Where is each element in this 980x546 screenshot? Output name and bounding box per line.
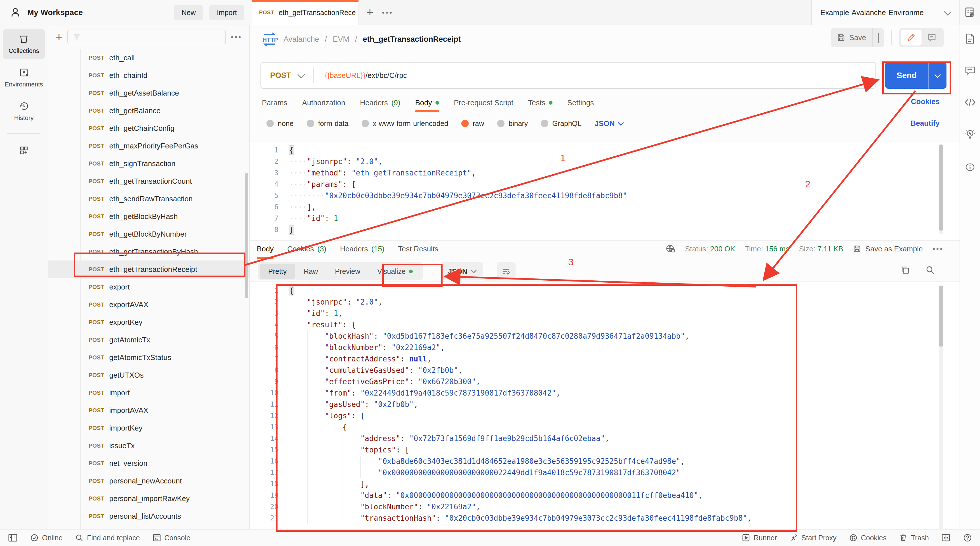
comments-icon[interactable]: [964, 65, 976, 76]
sidebar-item-eth_sendRawTransaction[interactable]: POSTeth_sendRawTransaction: [48, 190, 250, 208]
sidebar-item-importAVAX[interactable]: POSTimportAVAX: [48, 402, 250, 419]
console-button[interactable]: Console: [153, 533, 191, 542]
send-button[interactable]: Send: [885, 62, 947, 89]
sidebar-item-getUTXOs[interactable]: POSTgetUTXOs: [48, 366, 250, 384]
body-mode-none[interactable]: none: [266, 120, 294, 128]
filter-input[interactable]: [67, 30, 226, 45]
method-dropdown[interactable]: POST: [261, 71, 313, 80]
request-tab[interactable]: POST eth_getTransactionRece: [252, 0, 359, 25]
save-button[interactable]: Save: [830, 28, 884, 47]
request-editor-scrollbar[interactable]: [939, 144, 943, 234]
workspace-title[interactable]: My Workspace: [27, 8, 83, 17]
body-mode-form-data[interactable]: form-data: [307, 120, 348, 128]
url-input[interactable]: {{baseURL}}/ext/bc/C/rpc: [313, 71, 407, 80]
save-options-button[interactable]: [872, 28, 884, 47]
code-snippet-icon[interactable]: [964, 97, 976, 108]
sidebar-item-eth_getBlockByHash[interactable]: POSTeth_getBlockByHash: [48, 208, 250, 225]
body-mode-raw[interactable]: raw: [461, 120, 484, 128]
beautify-link[interactable]: Beautify: [910, 119, 940, 128]
new-button[interactable]: New: [174, 5, 203, 20]
response-body-editor[interactable]: 1{2"jsonrpc": "2.0",3"id": 1,4"result": …: [250, 281, 959, 529]
documentation-icon[interactable]: [964, 33, 976, 45]
tab-body[interactable]: Body: [415, 93, 439, 112]
sidebar-item-eth_getTransactionReceipt[interactable]: POSTeth_getTransactionReceipt: [48, 260, 250, 278]
wrap-lines-button[interactable]: [497, 262, 515, 280]
sidebar-item-personal_listAccounts[interactable]: POSTpersonal_listAccounts: [48, 507, 250, 525]
view-raw[interactable]: Raw: [295, 263, 326, 279]
tab-test-results[interactable]: Test Results: [398, 239, 439, 259]
new-tab-button[interactable]: +: [366, 6, 374, 19]
start-proxy-button[interactable]: Start Proxy: [789, 533, 837, 542]
request-body-editor[interactable]: 1{2····"jsonrpc": "2.0",3····"method": "…: [250, 142, 959, 241]
view-visualize[interactable]: Visualize: [369, 263, 421, 279]
import-button[interactable]: Import: [209, 5, 244, 20]
cookies-link[interactable]: Cookies: [911, 97, 940, 106]
sidebar-scrollbar[interactable]: [245, 173, 248, 298]
send-options-button[interactable]: [928, 62, 947, 89]
body-mode-GraphQL[interactable]: GraphQL: [541, 120, 581, 128]
sidebar-item-eth_getTransactionCount[interactable]: POSTeth_getTransactionCount: [48, 172, 250, 190]
edit-mode-button[interactable]: [901, 30, 921, 46]
sidebar-item-export[interactable]: POSTexport: [48, 278, 250, 296]
tab-headers[interactable]: Headers (9): [360, 93, 400, 112]
two-pane-icon[interactable]: [941, 533, 950, 542]
save-as-example-button[interactable]: Save as Example: [853, 244, 923, 253]
search-icon[interactable]: [925, 265, 935, 275]
online-status[interactable]: Online: [30, 533, 62, 542]
runner-button[interactable]: Runner: [742, 533, 777, 542]
comment-mode-button[interactable]: [921, 30, 942, 46]
tab-tests[interactable]: Tests: [528, 93, 552, 112]
copy-icon[interactable]: [900, 265, 910, 275]
sidebar-item-personal_importRawKey[interactable]: POSTpersonal_importRawKey: [48, 490, 250, 507]
sidebar-item-environments[interactable]: Environments: [3, 62, 45, 93]
tab-params[interactable]: Params: [262, 93, 288, 112]
sidebar-item-getAtomicTx[interactable]: POSTgetAtomicTx: [48, 331, 250, 349]
sidebar-item-eth_getChainConfig[interactable]: POSTeth_getChainConfig: [48, 120, 250, 137]
sidebar-item-history[interactable]: History: [3, 96, 45, 126]
sidebar-item-getAtomicTxStatus[interactable]: POSTgetAtomicTxStatus: [48, 349, 250, 366]
sidebar-item-eth_getBlockByNumber[interactable]: POSTeth_getBlockByNumber: [48, 225, 250, 243]
language-dropdown[interactable]: JSON: [595, 119, 623, 128]
tab-options-icon[interactable]: •••: [382, 8, 393, 17]
sidebar-item-eth_getTransactionByHash[interactable]: POSTeth_getTransactionByHash: [48, 243, 250, 260]
body-mode-binary[interactable]: binary: [497, 120, 528, 128]
tab-cookies[interactable]: Cookies (3): [287, 239, 326, 259]
sidebar-item-eth_call[interactable]: POSTeth_call: [48, 49, 250, 67]
trash-button[interactable]: Trash: [899, 533, 929, 542]
sidebar-item-exportKey[interactable]: POSTexportKey: [48, 313, 250, 331]
sidebar-item-importKey[interactable]: POSTimportKey: [48, 419, 250, 437]
tab-body[interactable]: Body: [257, 239, 274, 259]
breadcrumb-folder[interactable]: EVM: [332, 35, 349, 44]
sidebar-item-collections[interactable]: Collections: [3, 29, 45, 59]
sidebar-item-net_version[interactable]: POSTnet_version: [48, 455, 250, 472]
lightbulb-icon[interactable]: [964, 129, 976, 141]
toggle-sidebar-icon[interactable]: [8, 533, 18, 542]
add-collection-button[interactable]: +: [56, 31, 62, 43]
sidebar-options-icon[interactable]: •••: [231, 33, 242, 42]
body-mode-x-www-form-urlencoded[interactable]: x-www-form-urlencoded: [362, 120, 448, 128]
environment-quick-look[interactable]: [959, 0, 980, 25]
breadcrumb-collection[interactable]: Avalanche: [283, 35, 319, 44]
sidebar-item-exportAVAX[interactable]: POSTexportAVAX: [48, 296, 250, 313]
tab-headers[interactable]: Headers (15): [340, 239, 385, 259]
response-language-dropdown[interactable]: JSON: [441, 262, 483, 280]
tab-settings[interactable]: Settings: [567, 93, 594, 112]
sidebar-item-eth_maxPriorityFeePerGas[interactable]: POSTeth_maxPriorityFeePerGas: [48, 137, 250, 155]
sidebar-item-import[interactable]: POSTimport: [48, 384, 250, 402]
help-icon[interactable]: [963, 533, 972, 542]
response-editor-scrollbar[interactable]: [939, 286, 943, 546]
response-options-icon[interactable]: •••: [932, 244, 943, 253]
sidebar-item-eth_chainId[interactable]: POSTeth_chainId: [48, 67, 250, 84]
cookies-button[interactable]: Cookies: [849, 533, 886, 542]
sidebar-item-issueTx[interactable]: POSTissueTx: [48, 437, 250, 455]
sidebar-item-eth_getBalance[interactable]: POSTeth_getBalance: [48, 102, 250, 120]
find-and-replace-button[interactable]: Find and replace: [75, 533, 140, 542]
sidebar-item-personal_newAccount[interactable]: POSTpersonal_newAccount: [48, 472, 250, 490]
sidebar-item-eth_signTransaction[interactable]: POSTeth_signTransaction: [48, 155, 250, 172]
tab-authorization[interactable]: Authorization: [302, 93, 345, 112]
view-pretty[interactable]: Pretty: [259, 263, 295, 279]
configure-panes-button[interactable]: [3, 140, 45, 160]
info-icon[interactable]: [964, 161, 976, 173]
breadcrumb-request-name[interactable]: eth_getTransactionReceipt: [363, 35, 461, 44]
environment-selector[interactable]: Example-Avalanche-Environme: [811, 0, 959, 25]
